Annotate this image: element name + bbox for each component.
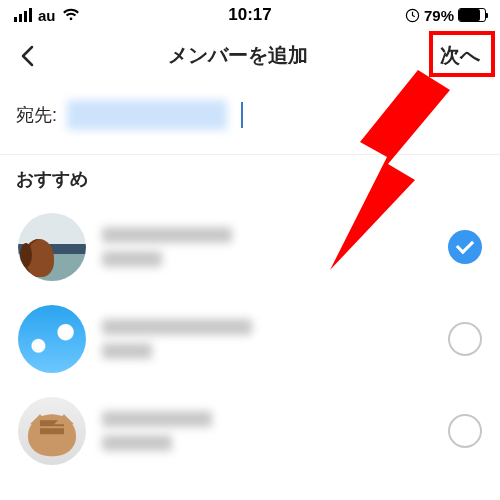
to-label: 宛先: [16, 103, 57, 127]
page-title: メンバーを追加 [168, 42, 308, 69]
select-toggle[interactable] [448, 414, 482, 448]
recipient-chip[interactable] [67, 100, 227, 130]
annotation-highlight [429, 31, 495, 77]
battery-icon [458, 8, 486, 22]
avatar [18, 213, 86, 281]
clock: 10:17 [228, 5, 271, 25]
status-left: au [14, 7, 80, 24]
text-cursor [241, 102, 243, 128]
signal-icon [14, 8, 32, 22]
status-right: 79% [405, 7, 486, 24]
avatar [18, 305, 86, 373]
svg-marker-1 [330, 70, 450, 270]
user-name-block [102, 319, 432, 359]
avatar [18, 397, 86, 465]
user-name-block [102, 411, 432, 451]
carrier-label: au [38, 7, 56, 24]
annotation-arrow [280, 70, 470, 280]
list-item[interactable] [0, 385, 500, 477]
orientation-lock-icon [405, 8, 420, 23]
back-button[interactable] [14, 42, 42, 70]
select-toggle[interactable] [448, 322, 482, 356]
battery-text: 79% [424, 7, 454, 24]
status-bar: au 10:17 79% [0, 0, 500, 30]
chevron-left-icon [19, 45, 37, 67]
list-item[interactable] [0, 293, 500, 385]
wifi-icon [62, 8, 80, 22]
